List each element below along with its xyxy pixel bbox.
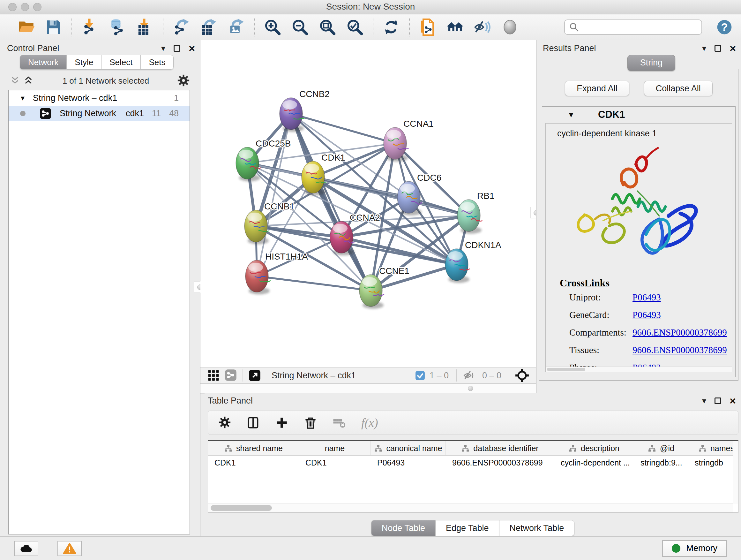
save-session-button[interactable] (45, 18, 63, 36)
help-button[interactable]: ? (716, 19, 733, 36)
table-horizontal-scrollbar[interactable] (208, 503, 733, 512)
import-database-button[interactable] (109, 18, 126, 36)
detach-view-button[interactable] (249, 369, 261, 381)
search-input[interactable] (582, 22, 697, 33)
tab-sets[interactable]: Sets (141, 55, 174, 70)
tab-select[interactable]: Select (102, 55, 141, 70)
selected-checkbox-icon[interactable] (415, 371, 425, 381)
chevron-double-down-icon (10, 75, 20, 85)
results-panel-menu-icon[interactable]: ▾ (702, 44, 706, 52)
control-panel-menu-icon[interactable]: ▾ (161, 44, 165, 52)
table-cell: CDK1 (299, 458, 371, 468)
show-grid-button[interactable] (207, 369, 219, 381)
tab-node-table[interactable]: Node Table (371, 520, 435, 536)
node-label-CCNE1: CCNE1 (379, 266, 409, 276)
open-session-button[interactable] (17, 18, 35, 36)
results-scrollbar[interactable] (546, 367, 732, 372)
control-panel-float-icon[interactable] (174, 45, 180, 52)
expand-all-networks-button[interactable] (22, 75, 35, 86)
import-table-button[interactable] (136, 18, 154, 36)
refresh-view-button[interactable] (382, 18, 400, 36)
zoom-fit-button[interactable] (319, 18, 336, 36)
export-network-button[interactable] (172, 18, 190, 36)
function-builder-button[interactable]: f(x) (361, 416, 378, 430)
string-home-button[interactable] (446, 18, 464, 36)
crosslink-link[interactable]: 9606.ENSP00000378699 (632, 327, 727, 338)
delete-column-button[interactable] (304, 416, 317, 429)
search-box[interactable] (564, 19, 702, 35)
collection-count: 1 (174, 93, 179, 103)
scrollbar-thumb[interactable] (211, 505, 272, 511)
collection-disclosure-icon[interactable]: ▾ (21, 94, 24, 103)
table-type-tabs: Node TableEdge TableNetwork Table (205, 519, 741, 537)
node-label-RB1: RB1 (477, 191, 494, 201)
import-network-button[interactable] (81, 18, 99, 36)
node-label-CDC25B: CDC25B (256, 138, 291, 148)
hierarchy-icon (569, 444, 577, 452)
toolbar-group (8, 18, 71, 36)
warnings-button[interactable] (57, 541, 82, 556)
zoom-selected-button[interactable] (346, 18, 364, 36)
scrollbar-thumb[interactable] (547, 368, 585, 371)
hide-eye-button[interactable] (474, 18, 491, 36)
crosslink-link[interactable]: P06493 (632, 310, 661, 320)
column-header-name[interactable]: name (299, 441, 371, 455)
table-panel-float-icon[interactable] (715, 397, 721, 404)
network-view-toolbar: String Network – cdk1 1 – 0 0 – 0 (200, 367, 536, 384)
gene-section-header[interactable]: ▾ CDK1 (542, 107, 735, 123)
column-header-canonical-name[interactable]: canonical name (371, 441, 446, 455)
zoom-in-button[interactable] (264, 18, 281, 36)
control-panel-close-icon[interactable]: × (189, 43, 195, 54)
table-row[interactable]: CDK1CDK1P064939606.ENSP00000378699cyclin… (208, 455, 738, 470)
collapse-all-button[interactable]: Collapse All (644, 81, 713, 96)
cloud-button[interactable] (14, 541, 38, 556)
network-row[interactable]: String Network – cdk1 11 48 (9, 106, 190, 121)
column-header--id[interactable]: @id (634, 441, 688, 455)
table-options-button[interactable] (218, 416, 231, 430)
show-sphere-button[interactable] (501, 18, 519, 36)
export-table-button[interactable] (200, 18, 218, 36)
section-disclosure-icon[interactable]: ▾ (569, 110, 573, 120)
tab-string[interactable]: String (627, 55, 675, 71)
results-panel-body: Expand All Collapse All ▾ CDK1 cyclin-de… (539, 69, 738, 381)
trash-icon (304, 416, 317, 429)
table-panel-title: Table Panel (208, 396, 253, 406)
grid-icon (207, 369, 219, 381)
column-header-shared-name[interactable]: shared name (208, 441, 299, 455)
table-panel-close-icon[interactable]: × (730, 395, 736, 406)
table-vertical-scrollbar[interactable] (733, 441, 738, 504)
column-header-description[interactable]: description (554, 441, 634, 455)
crosslink-link[interactable]: 9606.ENSP00000378699 (632, 345, 727, 355)
export-image-button[interactable] (227, 18, 245, 36)
column-header-namespace[interactable]: namespace (688, 441, 738, 455)
add-column-button[interactable] (275, 416, 288, 429)
zoom-out-button[interactable] (291, 18, 309, 36)
network-options-button[interactable] (177, 74, 191, 88)
expand-all-button[interactable]: Expand All (565, 81, 629, 96)
hidden-items-button[interactable] (462, 369, 475, 382)
tab-style[interactable]: Style (67, 55, 102, 70)
show-columns-button[interactable] (246, 416, 260, 429)
results-panel-float-icon[interactable] (715, 45, 721, 52)
collapse-all-networks-button[interactable] (8, 75, 22, 86)
network-canvas[interactable]: CCNB2CCNA1CDC25BCDK1CDC6RB1CCNB1CCNA2CDK… (200, 40, 536, 367)
hierarchy-icon (374, 444, 382, 452)
crosslinks-title: CrossLinks (560, 277, 732, 289)
open-session-icon (17, 18, 35, 36)
node-label-CDK1: CDK1 (321, 152, 345, 163)
table-cell: stringdb (688, 458, 738, 468)
memory-button[interactable]: Memory (662, 540, 727, 557)
table-panel-menu-icon[interactable]: ▾ (702, 396, 706, 405)
plus-icon (275, 416, 288, 429)
crosslink-link[interactable]: P06493 (632, 292, 661, 303)
network-collection-row[interactable]: ▾ String Network – cdk1 1 (9, 90, 190, 106)
share-document-button[interactable] (419, 18, 436, 36)
delete-table-button[interactable] (333, 416, 346, 429)
column-header-database-identifier[interactable]: database identifier (446, 441, 554, 455)
tab-edge-table[interactable]: Edge Table (435, 520, 499, 536)
tab-network[interactable]: Network (20, 55, 67, 70)
tab-network-table[interactable]: Network Table (499, 520, 575, 536)
birdseye-view-button[interactable] (515, 368, 529, 382)
network-badge-button[interactable] (225, 369, 237, 382)
results-panel-close-icon[interactable]: × (730, 43, 736, 54)
